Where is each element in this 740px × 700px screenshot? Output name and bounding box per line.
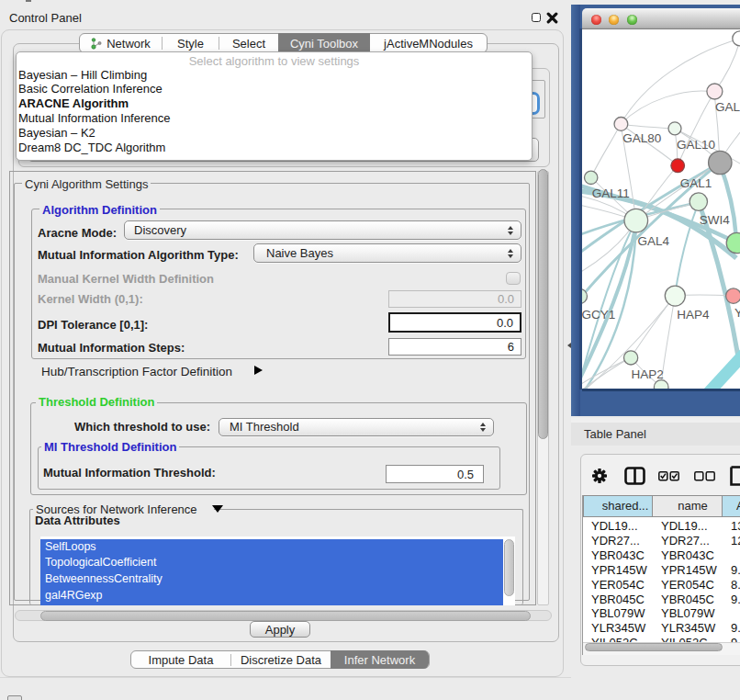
svg-text:HAP2: HAP2 [632,367,664,380]
svg-text:HAP4: HAP4 [677,308,710,322]
svg-text:GAL11: GAL11 [592,186,630,200]
svg-text:Y: Y [734,305,740,319]
svg-text:GAL80: GAL80 [622,131,661,145]
svg-text:GAL1: GAL1 [680,175,712,189]
svg-text:SWI4: SWI4 [700,212,730,226]
svg-text:GAL4: GAL4 [638,234,670,248]
svg-text:GAL10: GAL10 [677,137,715,151]
svg-text:GCY1: GCY1 [582,307,615,321]
svg-text:GAL7: GAL7 [715,100,740,114]
